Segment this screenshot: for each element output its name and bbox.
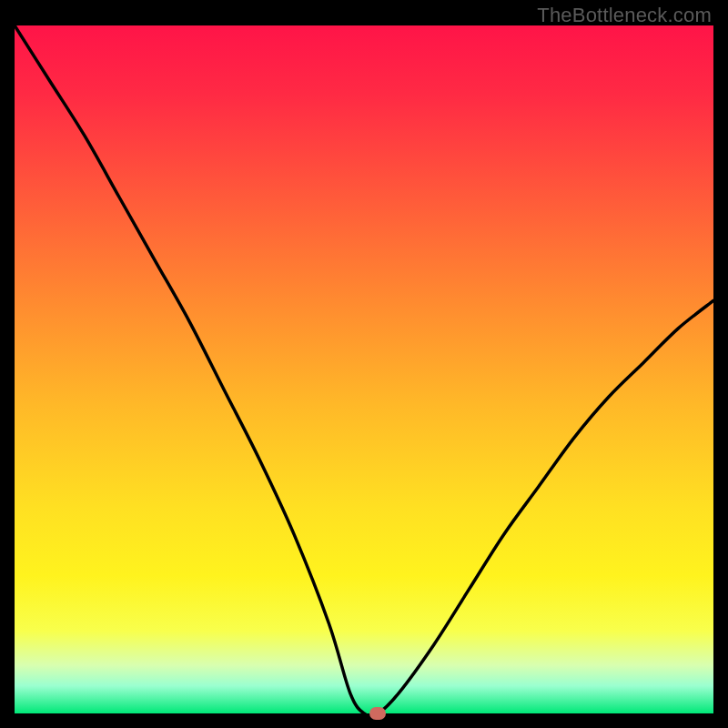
plot-area	[15, 25, 713, 713]
chart-container: TheBottleneck.com	[0, 0, 728, 728]
optimal-point-marker	[369, 707, 386, 720]
bottleneck-curve	[15, 25, 713, 713]
watermark-text: TheBottleneck.com	[537, 4, 712, 27]
